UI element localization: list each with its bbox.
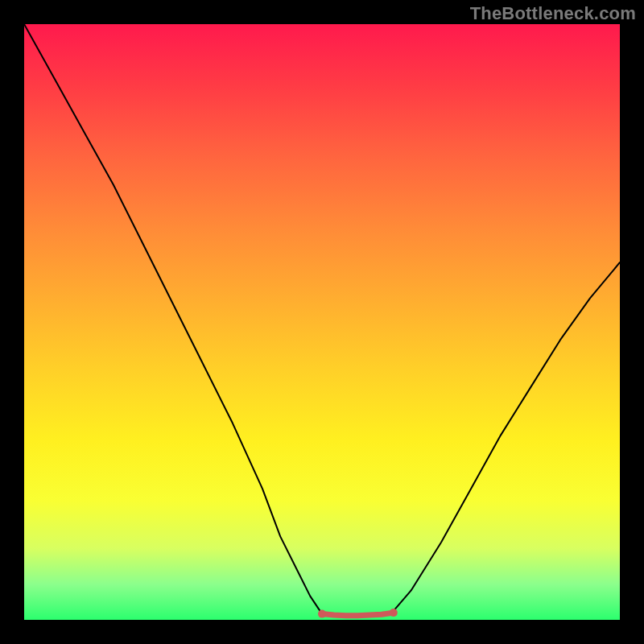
curve-svg: [24, 24, 620, 620]
marker-0: [318, 610, 326, 618]
watermark-text: TheBottleneck.com: [470, 3, 636, 24]
series-group: [24, 24, 620, 618]
series-right-branch: [394, 262, 620, 611]
plot-area: [24, 24, 620, 620]
series-flat-bottom: [322, 613, 394, 616]
series-left-branch: [24, 24, 322, 614]
marker-1: [390, 609, 398, 617]
chart-frame: TheBottleneck.com: [0, 0, 644, 644]
